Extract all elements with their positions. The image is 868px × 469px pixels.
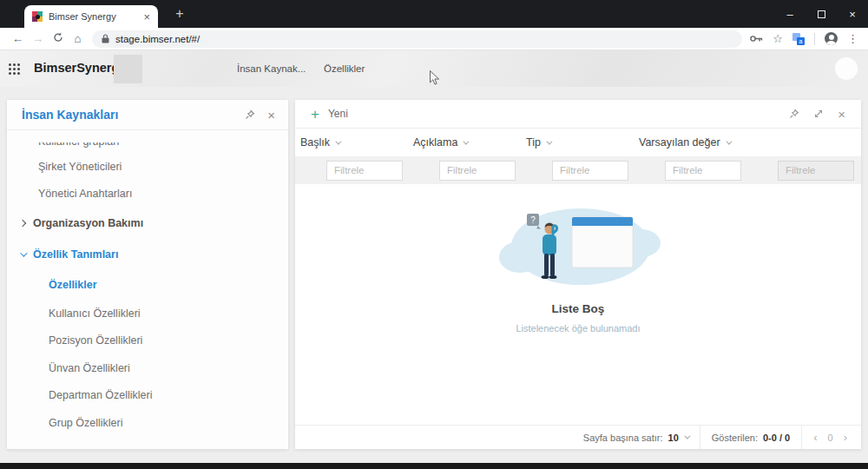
panel-expand-icon[interactable] — [813, 109, 824, 119]
bimser-favicon-icon — [32, 11, 43, 22]
window-controls: – × — [774, 0, 868, 28]
empty-state-title: Liste Boş — [552, 302, 605, 315]
filter-input-tip[interactable] — [552, 161, 628, 181]
sidebar-menu: Kullanıcı grupları Şirket Yöneticileri Y… — [7, 130, 288, 437]
empty-state-subtitle: Listelenecek öğe bulunamadı — [516, 323, 640, 334]
plus-icon: + — [311, 107, 319, 122]
new-tab-button[interactable]: + — [170, 4, 189, 23]
chevron-down-icon — [726, 138, 732, 144]
sidebar-section-ozellik-tanimlari[interactable]: Özellik Tanımları — [7, 239, 288, 270]
sidebar-item-ozellikler[interactable]: Özellikler — [7, 270, 288, 300]
sidebar-title: İnsan Kaynakları — [22, 108, 233, 122]
back-button[interactable]: ← — [8, 32, 28, 45]
browser-tab[interactable]: Bimser Synergy × — [24, 5, 158, 28]
minimize-button[interactable]: – — [774, 0, 806, 28]
chevron-down-icon — [464, 138, 470, 144]
sidebar-item-grup-ozellikleri[interactable]: Grup Özellikleri — [7, 409, 288, 437]
toolbar-right-icons: ☆ a ⋮ — [750, 32, 860, 45]
chevron-right-icon — [19, 220, 26, 227]
main-panel-header: + Yeni × — [295, 100, 861, 129]
header-tab-ozellikler[interactable]: Özellikler — [324, 63, 365, 74]
sidebar-item-departman-ozellikleri[interactable]: Departman Özellikleri — [7, 382, 288, 410]
app-launcher-grid-icon[interactable] — [9, 63, 20, 75]
sidebar-item-unvan-ozellikleri[interactable]: Ünvan Özellikleri — [7, 354, 288, 382]
browser-toolbar: ← → ⌂ stage.bimser.net/#/ ☆ a ⋮ — [0, 28, 868, 50]
tab-title: Bimser Synergy — [49, 11, 143, 22]
filter-input-varsayilan-deger[interactable] — [665, 161, 741, 181]
restore-icon — [818, 10, 825, 18]
user-avatar[interactable] — [835, 57, 858, 80]
main-panel: + Yeni × Başlık Açıklama Tip Varsayılan … — [295, 100, 861, 449]
url-text: stage.bimser.net/#/ — [115, 34, 200, 44]
browser-menu-icon[interactable]: ⋮ — [847, 32, 858, 45]
column-aciklama[interactable]: Açıklama — [413, 136, 526, 149]
panel-pin-icon[interactable] — [789, 109, 799, 119]
filter-input-aciklama[interactable] — [439, 161, 516, 181]
password-key-icon[interactable] — [750, 35, 763, 43]
sidebar-header: İnsan Kaynakları × — [7, 100, 288, 130]
home-button[interactable]: ⌂ — [68, 32, 88, 45]
sidebar-item-kullanici-gruplari[interactable]: Kullanıcı grupları — [7, 130, 288, 153]
empty-state-illustration: ? — [496, 203, 661, 287]
browser-window: Bimser Synergy × + – × ← → ⌂ stage.bimse… — [0, 0, 868, 469]
rows-per-page-select[interactable]: 10 — [668, 433, 679, 443]
filter-input-disabled[interactable] — [778, 161, 854, 181]
column-tip[interactable]: Tip — [526, 136, 639, 149]
sidebar-panel: İnsan Kaynakları × Kullanıcı grupları Şi… — [7, 100, 288, 449]
refresh-icon — [53, 32, 63, 43]
header-tab-insan-kaynaklari[interactable]: İnsan Kaynak... — [237, 63, 306, 74]
panel-close-icon[interactable]: × — [838, 108, 845, 121]
column-baslik[interactable]: Başlık — [300, 136, 413, 149]
sidebar-pin-icon[interactable] — [245, 109, 255, 120]
pager: ‹ 0 › — [801, 426, 861, 449]
close-window-button[interactable]: × — [837, 0, 868, 28]
filter-input-baslik[interactable] — [326, 161, 403, 181]
sidebar-close-icon[interactable]: × — [267, 109, 275, 122]
svg-text:?: ? — [530, 215, 536, 225]
new-button[interactable]: Yeni — [328, 108, 775, 120]
header-placeholder-box — [114, 55, 142, 83]
chevron-down-icon[interactable] — [684, 433, 690, 439]
chevron-down-icon — [546, 138, 552, 144]
refresh-button[interactable] — [48, 32, 68, 45]
column-varsayilan-deger[interactable]: Varsayılan değer — [639, 136, 752, 149]
browser-profile-icon[interactable] — [825, 32, 838, 45]
filter-row — [295, 156, 861, 184]
toolbar-divider — [814, 33, 815, 45]
tab-close-icon[interactable]: × — [143, 11, 150, 23]
mouse-cursor — [429, 69, 441, 87]
restore-button[interactable] — [806, 0, 837, 28]
table-column-headers: Başlık Açıklama Tip Varsayılan değer — [295, 129, 861, 156]
bookmark-star-icon[interactable]: ☆ — [773, 32, 783, 45]
chevron-down-icon — [20, 249, 27, 256]
browser-titlebar: Bimser Synergy × + – × — [0, 0, 868, 28]
sidebar-item-sirket-yoneticileri[interactable]: Şirket Yöneticileri — [7, 153, 288, 181]
lock-icon — [102, 34, 109, 43]
prev-page-button[interactable]: ‹ — [813, 431, 817, 444]
empty-list-area: ? Liste Boş Listelenecek öğe bulunamadı — [295, 184, 861, 425]
sidebar-section-organizasyon-bakimi[interactable]: Organizasyon Bakımı — [7, 208, 288, 239]
sidebar-item-pozisyon-ozellikleri[interactable]: Pozisyon Özellikleri — [7, 327, 288, 355]
sidebar-item-yonetici-anahtarlari[interactable]: Yönetici Anahtarları — [7, 181, 288, 208]
current-page: 0 — [828, 433, 833, 443]
shown-range: Gösterilen: 0-0 / 0 — [700, 426, 801, 449]
sidebar-item-kullanici-ozellikleri[interactable]: Kullanıcı Özellikleri — [7, 300, 288, 327]
taskbar-strip — [0, 463, 868, 469]
translate-icon[interactable]: a — [792, 33, 805, 45]
rows-per-page: Sayfa başına satır: 10 — [572, 426, 700, 449]
address-bar[interactable]: stage.bimser.net/#/ — [92, 30, 742, 48]
pagination-bar: Sayfa başına satır: 10 Gösterilen: 0-0 /… — [295, 425, 861, 449]
forward-button[interactable]: → — [28, 32, 48, 45]
chevron-down-icon — [335, 138, 341, 144]
next-page-button[interactable]: › — [844, 431, 847, 444]
brand-logo-text: BimserSynergy — [34, 61, 126, 75]
